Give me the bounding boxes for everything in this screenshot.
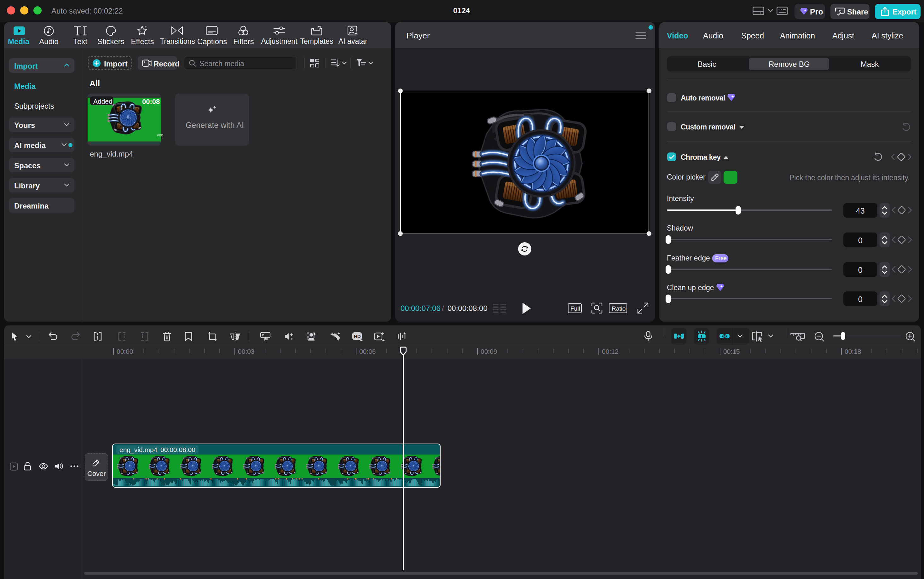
- svg-text:00:00: 00:00: [116, 348, 133, 355]
- svg-text:00:18: 00:18: [845, 348, 861, 355]
- svg-text:00:06: 00:06: [359, 348, 376, 355]
- svg-text:00:03: 00:03: [238, 348, 255, 355]
- svg-text:00:12: 00:12: [602, 348, 619, 355]
- svg-text:00:09: 00:09: [481, 348, 497, 355]
- svg-text:HD: HD: [354, 334, 361, 339]
- svg-text:00:15: 00:15: [723, 348, 740, 355]
